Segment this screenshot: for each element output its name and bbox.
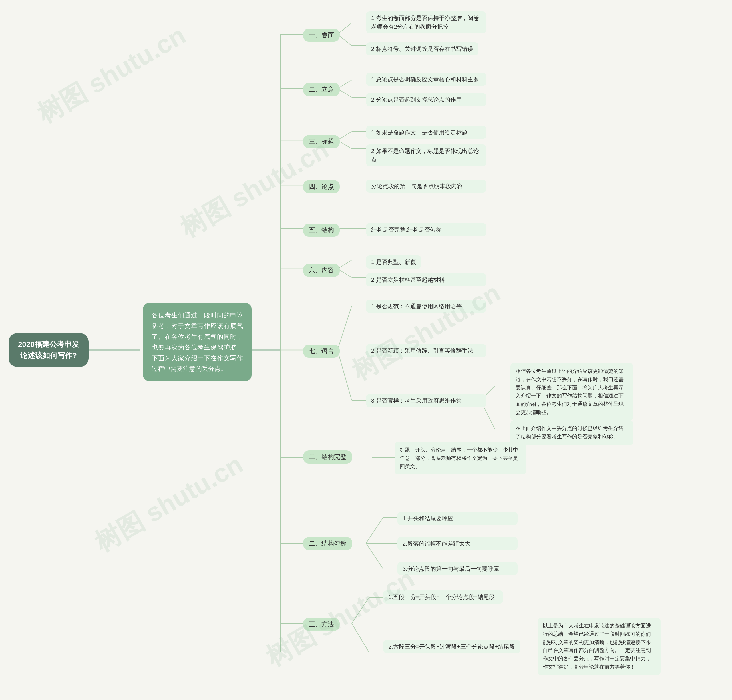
leaf-biaoti-2: 2.如果不是命题作文，标题是否体现出总论点 xyxy=(366,144,486,166)
svg-line-10 xyxy=(337,23,352,34)
leaf-fangfa-2: 2.六段三分=开头段+过渡段+三个分论点段+结尾段 xyxy=(383,640,520,653)
leaf-yuyan-3: 3.是否官样：考生采用政府思维作答 xyxy=(366,394,486,407)
leaf-neirong-1: 1.是否典型、新颖 xyxy=(366,255,421,269)
branch-jiegou-yunchen: 二、结构匀称 xyxy=(303,537,352,550)
leaf-jiegou-yunchen-2: 2.段落的篇幅不能差距太大 xyxy=(397,537,517,550)
leaf-lundian-1: 分论点段的第一句是否点明本段内容 xyxy=(366,179,486,193)
leaf-yuyan-2: 2.是否新颖：采用修辞、引言等修辞手法 xyxy=(366,344,486,357)
leaf-jiegou-yunchen-3: 3.分论点段的第一句与最后一句要呼应 xyxy=(397,562,517,575)
branch-jiegou-wanzheng: 二、结构完整 xyxy=(303,450,352,463)
svg-line-42 xyxy=(366,518,383,543)
leaf-liyi-1: 1.总论点是否明确反应文章核心和材料主题 xyxy=(366,73,486,86)
svg-line-24 xyxy=(337,260,352,269)
branch-liyi: 二、立意 xyxy=(303,83,340,96)
leaf-yuyan-1: 1.是否规范：不通篇使用网络用语等 xyxy=(366,300,486,313)
leaf-neirong-2: 2.是否立足材料甚至超越材料 xyxy=(366,273,486,286)
leaf-yijuan-2: 2.标点符号、关键词等是否存在书写错误 xyxy=(366,42,478,56)
svg-line-51 xyxy=(352,624,369,652)
branch-neirong: 六、内容 xyxy=(303,264,340,277)
note-fangfa-2: 以上是为广大考生在申发论述的基础理论方面进行的总结，希望已经通过了一段时间练习的… xyxy=(538,618,660,675)
branch-yijuan: 一、卷面 xyxy=(303,29,340,42)
leaf-jiegou-yunchen-1: 1.开头和结尾要呼应 xyxy=(397,512,517,525)
branch-biaoti: 三、标题 xyxy=(303,135,340,148)
mindmap-container: 树图 shutu.cn 树图 shutu.cn 树图 shutu.cn 树图 s… xyxy=(0,0,732,700)
branch-lundian: 四、论点 xyxy=(303,180,340,193)
svg-line-28 xyxy=(337,306,352,350)
note-yuyan-3b: 在上面介绍作文中丢分点的时候已经给考生介绍了结构部分要看考生写作的是否完整和匀称… xyxy=(510,421,634,445)
leaf-liyi-2: 2.分论点是否起到支撑总论点的作用 xyxy=(366,93,486,106)
svg-line-18 xyxy=(337,132,352,140)
branch-fangfa: 三、方法 xyxy=(303,618,340,631)
svg-line-46 xyxy=(366,543,383,569)
center-node: 各位考生们通过一段时间的申论备考，对于文章写作应该有底气了。在各位考生有底气的同… xyxy=(143,303,251,381)
note-yuyan-3a: 相信各位考生通过上述的介绍应该更能清楚的知道，在作文中若想不丢分，在写作时，我们… xyxy=(510,363,634,421)
root-node: 2020福建公考申发论述该如何写作? xyxy=(9,333,89,367)
svg-line-32 xyxy=(337,350,352,400)
leaf-jiegou-1: 结构是否完整,结构是否匀称 xyxy=(366,223,486,236)
note-jiegou-wanzheng: 标题、开头、分论点、结尾，一个都不能少。少其中任意一部分，阅卷老师有权将作文定为… xyxy=(395,442,526,474)
branch-yuyan: 七、语言 xyxy=(303,344,340,358)
svg-line-49 xyxy=(352,598,369,624)
leaf-biaoti-1: 1.如果是命题作文，是否使用给定标题 xyxy=(366,126,486,139)
leaf-yijuan-1: 1.考生的卷面部分是否保持干净整洁，阅卷老师会有2分左右的卷面分把控 xyxy=(366,12,486,33)
branch-jiegou: 五、结构 xyxy=(303,224,340,237)
leaf-fangfa-1: 1.五段三分=开头段+三个分论点段+结尾段 xyxy=(383,590,503,604)
